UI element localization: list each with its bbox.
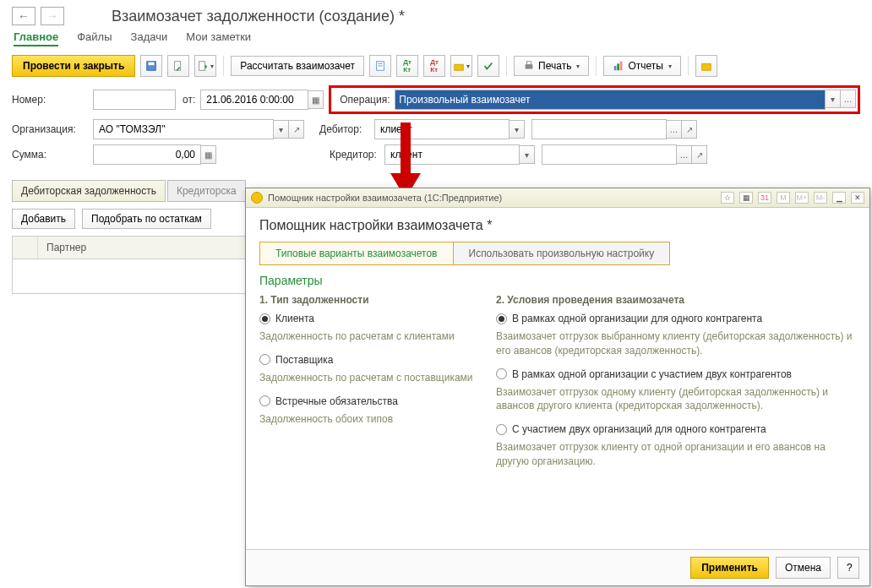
print-label: Печать [538,60,571,72]
radio-supplier[interactable]: Поставщика [259,354,479,366]
page-title: Взаимозачет задолженности (создание) * [112,8,405,25]
app-1c-icon [251,192,263,204]
title-icon1[interactable]: ☆ [721,192,734,204]
cancel-button[interactable]: Отмена [776,557,831,579]
tab-notes[interactable]: Мои заметки [186,30,251,46]
sum-calc-icon[interactable]: ▦ [201,145,216,164]
number-label: Номер: [12,94,93,106]
org-dropdown-button[interactable]: ▾ [274,120,289,139]
pick-by-remainder-button[interactable]: Подобрать по остаткам [82,209,211,229]
minimize-icon[interactable]: ▁ [832,192,846,204]
col2-heading: 2. Условия проведения взаимозачета [496,294,856,306]
popup-titlebar: Помощник настройки взаимозачета (1С:Пред… [246,188,869,208]
popup-app-title: Помощник настройки взаимозачета (1С:Пред… [268,193,502,203]
svg-rect-8 [526,64,533,68]
svg-rect-3 [199,62,205,71]
subtab-creditor[interactable]: Кредиторска [167,180,246,202]
attach-icon[interactable]: ▾ [450,55,472,77]
title-m-minus[interactable]: M- [814,192,827,204]
expand-icon[interactable]: ▾ [194,55,216,77]
sum-label: Сумма: [12,149,93,161]
nav-tabs: Главное Файлы Задачи Мои заметки [0,29,872,52]
number-input[interactable] [97,93,172,106]
calc-offset-button[interactable]: Рассчитать взаимозачет [231,56,364,76]
operation-dropdown-button[interactable]: ▾ [826,90,841,108]
radio-client[interactable]: Клиента [259,313,479,324]
creditor-account-input[interactable] [546,148,673,161]
radio-cond1[interactable]: В рамках одной организации для одного ко… [496,313,856,324]
params-heading: Параметры [259,274,856,287]
radio-cond3[interactable]: С участием двух организаций для одного к… [496,423,856,435]
creditor-input[interactable] [389,148,515,161]
svg-rect-9 [526,62,531,65]
post-and-close-button[interactable]: Провести и закрыть [12,55,135,77]
debtor-account-input[interactable] [536,122,662,136]
popup-heading: Помощник настройки взаимозачета * [259,218,856,233]
desc-cond1: Взаимозачет отгрузок выбранному клиенту … [496,329,856,358]
title-m[interactable]: M [777,192,790,204]
svg-rect-7 [455,64,464,70]
debtor-account-ellipsis[interactable]: … [667,120,682,139]
folder-icon[interactable] [695,55,717,77]
svg-rect-12 [620,62,623,71]
operation-value[interactable]: Произвольный взаимозачет [399,94,530,106]
org-input[interactable] [97,122,270,136]
creditor-account-ellipsis[interactable]: … [677,145,692,164]
operation-highlight: Операция: Произвольный взаимозачет ▾ … [329,85,860,114]
creditor-label: Кредитор: [330,149,384,161]
operation-label: Операция: [340,94,395,106]
check-icon[interactable] [477,55,499,77]
popup-footer: Применить Отмена ? [246,549,869,585]
close-icon[interactable]: ✕ [851,192,864,204]
main-toolbar: Провести и закрыть ▾ Рассчитать взаимоза… [0,52,872,80]
reports-button[interactable]: Отчеты▾ [603,56,680,76]
desc-cond2: Взаимозачет отгрузок одному клиенту (деб… [496,385,856,414]
col-num [13,237,38,259]
apply-button[interactable]: Применить [690,557,769,579]
subtab-debtor[interactable]: Дебиторская задолженность [12,180,166,202]
post-icon[interactable] [167,55,189,77]
helper-popup: Помощник настройки взаимозачета (1С:Пред… [245,188,870,586]
radio-cond2[interactable]: В рамках одной организации с участием дв… [496,368,856,380]
form: Номер: от: ▦ Операция: Произвольный взаи… [0,80,872,175]
desc-cond3: Взаимозачет отгрузок клиенту от одной ор… [496,440,856,469]
title-m-plus[interactable]: M+ [795,192,809,204]
tab-tasks[interactable]: Задачи [131,30,168,46]
calendar-icon[interactable]: ▦ [308,90,324,109]
mode-tabs: Типовые варианты взаимозачетов Использов… [259,242,670,265]
title-icon3[interactable]: 31 [758,192,771,204]
title-icon2[interactable]: ▦ [739,192,753,204]
debtor-dropdown-button[interactable]: ▾ [510,120,525,139]
org-open-button[interactable]: ↗ [289,120,304,139]
date-label: от: [183,94,195,106]
debtor-input[interactable] [379,122,505,136]
tab-files[interactable]: Файлы [77,30,112,46]
mode-custom-tab[interactable]: Использовать произвольную настройку [453,242,670,264]
nav-back[interactable]: ← [12,7,35,25]
save-icon[interactable] [140,55,162,77]
sum-input[interactable] [97,148,197,161]
desc-mutual: Задолженность обоих типов [259,412,479,427]
print-button[interactable]: Печать▾ [514,56,589,76]
doc-icon[interactable] [369,55,391,77]
dt-kt-red-icon[interactable]: ДтКт [423,55,445,77]
svg-rect-1 [149,63,155,66]
date-input[interactable] [204,93,304,106]
org-label: Организация: [12,123,93,135]
dt-kt-green-icon[interactable]: ДтКт [396,55,418,77]
radio-mutual[interactable]: Встречные обязательства [259,395,479,407]
debtor-account-open[interactable]: ↗ [682,120,697,139]
creditor-account-open[interactable]: ↗ [692,145,707,164]
mode-typical-tab[interactable]: Типовые варианты взаимозачетов [260,242,453,264]
add-button[interactable]: Добавить [12,209,75,229]
svg-rect-11 [618,63,620,70]
operation-ellipsis-button[interactable]: … [841,90,856,108]
desc-client: Задолженность по расчетам с клиентами [259,329,479,344]
tab-main[interactable]: Главное [14,30,58,46]
creditor-dropdown-button[interactable]: ▾ [520,145,535,164]
reports-label: Отчеты [628,60,662,72]
nav-forward[interactable]: → [41,7,64,25]
help-button[interactable]: ? [837,557,859,579]
svg-rect-10 [614,66,617,70]
page-title-text: Взаимозачет задолженности (создание) * [112,8,405,24]
